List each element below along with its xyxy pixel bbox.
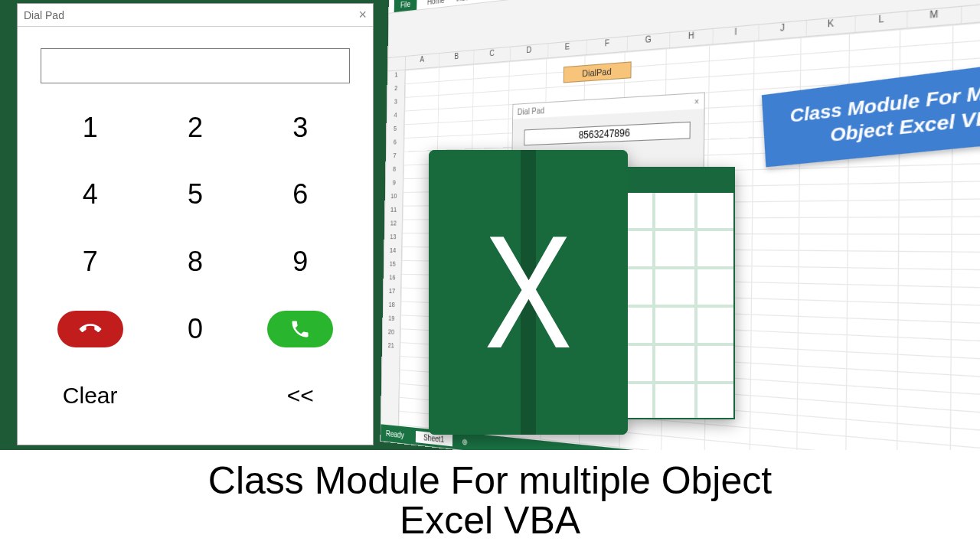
clear-button[interactable]: Clear — [63, 383, 118, 409]
key-1[interactable]: 1 — [83, 112, 98, 144]
dialpad-title: Dial Pad — [24, 9, 64, 21]
dialpad-window: Dial Pad × 1 2 3 4 5 6 7 8 9 0 Clear << — [17, 3, 374, 445]
key-7[interactable]: 7 — [83, 246, 98, 278]
key-2[interactable]: 2 — [188, 112, 203, 144]
key-5[interactable]: 5 — [188, 178, 203, 210]
excel-logo: X — [429, 150, 735, 448]
key-8[interactable]: 8 — [188, 246, 203, 278]
dialpad-display[interactable] — [41, 48, 350, 83]
close-icon[interactable]: × — [358, 7, 367, 23]
dialpad-keys: 1 2 3 4 5 6 7 8 9 0 Clear << — [18, 91, 373, 445]
caption-line1: Class Module For multiple Object — [208, 461, 772, 501]
main-caption: Class Module For multiple Object Excel V… — [0, 450, 980, 551]
backspace-button[interactable]: << — [287, 383, 314, 409]
phone-down-icon — [75, 314, 106, 344]
phone-icon — [289, 318, 311, 340]
key-6[interactable]: 6 — [292, 178, 308, 210]
caption-line2: Excel VBA — [400, 500, 580, 541]
status-ready: Ready — [386, 429, 404, 439]
call-button[interactable] — [267, 311, 333, 347]
key-9[interactable]: 9 — [292, 246, 308, 278]
mini-dialpad-title: Dial Pad — [518, 106, 545, 116]
key-3[interactable]: 3 — [292, 112, 308, 144]
logo-book-icon: X — [429, 150, 628, 435]
key-4[interactable]: 4 — [83, 178, 98, 210]
dialpad-titlebar[interactable]: Dial Pad × — [18, 4, 373, 27]
logo-letter: X — [485, 212, 573, 373]
key-0[interactable]: 0 — [188, 313, 203, 345]
hangup-button[interactable] — [57, 311, 123, 347]
mini-close-icon[interactable]: × — [694, 96, 700, 106]
mini-dialpad-display[interactable]: 8563247896 — [524, 122, 691, 145]
